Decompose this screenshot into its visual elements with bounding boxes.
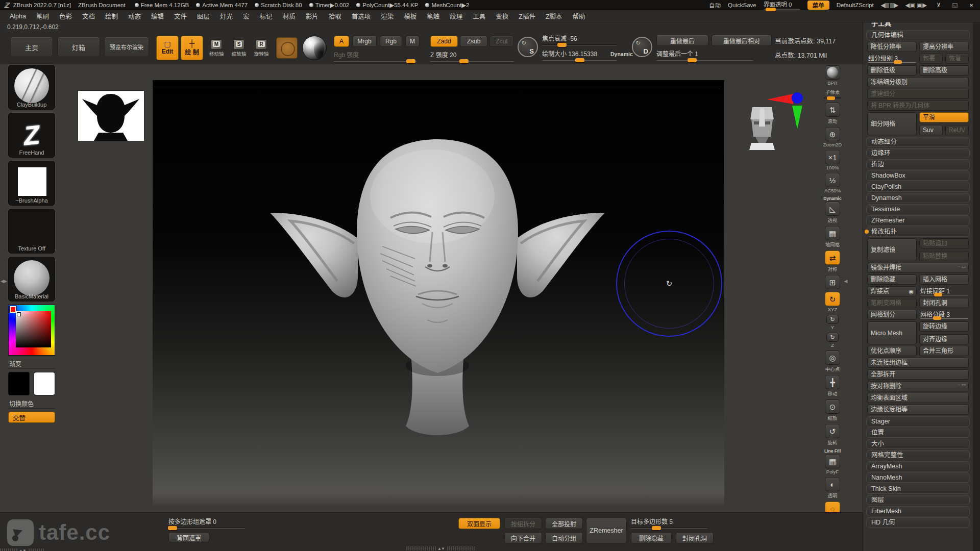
subpalette-header[interactable]: Thick Skin (866, 484, 970, 494)
panel-button[interactable]: 恢复 (945, 54, 969, 64)
rotate-z-icon[interactable]: ↻ (826, 333, 839, 342)
menu-item-19[interactable]: 纹理 (445, 10, 467, 22)
panel-button[interactable]: 均衡表面区域 (867, 393, 969, 403)
mrgb-button[interactable]: Mrgb (352, 36, 377, 47)
dynamic-mode-label[interactable]: Dynamic (610, 51, 633, 57)
subpalette-header[interactable]: 几何体编辑 (866, 30, 970, 40)
subpalette-header[interactable]: 图层 (866, 495, 970, 505)
panel-button[interactable]: 笔刷变网格 (867, 298, 917, 308)
menu-item-9[interactable]: 灯光 (215, 10, 237, 22)
stroke-size-s-icon[interactable]: S (518, 37, 538, 57)
slider-knob[interactable] (827, 96, 835, 100)
switch-color-button[interactable]: 切换颜色 (8, 398, 55, 409)
perspective-icon[interactable]: ◺ (825, 202, 840, 216)
panel-button[interactable]: 将 BPR 转换为几何体 (867, 101, 969, 111)
horizontal-scrollbar[interactable] (406, 546, 476, 550)
slider-track[interactable] (334, 61, 416, 62)
subpalette-header[interactable]: ArrayMesh (866, 461, 970, 471)
symmetry-icon[interactable]: ⇄ (825, 251, 840, 265)
menu-item-12[interactable]: 材质 (278, 10, 300, 22)
actual-size-icon[interactable]: ×1 (825, 150, 840, 164)
slider-track[interactable] (542, 60, 617, 61)
subpalette-header[interactable]: ShadowBox (866, 170, 970, 181)
slider-knob[interactable] (168, 526, 177, 530)
panel-button[interactable]: 边缘长度相等 (867, 405, 969, 415)
move-axis-button[interactable]: M移动轴 (206, 38, 227, 58)
menu-item-13[interactable]: 影片 (301, 10, 323, 22)
menu-toggle-button[interactable]: 菜单 (807, 1, 829, 10)
bpr-render-icon[interactable] (825, 65, 840, 80)
ui-transparency-slider[interactable]: 界面透明 0 (764, 0, 800, 10)
adjust-last-slider[interactable]: 调整最后一个 1 (656, 49, 753, 61)
scroll-hand-icon[interactable]: ⇅ (825, 103, 840, 117)
polyframe-icon[interactable]: ▦ (825, 454, 840, 468)
close-button[interactable] (967, 2, 976, 8)
merge-down-button[interactable]: 向下合并 (504, 532, 542, 543)
panel-button[interactable]: 优化点顺序 (867, 346, 917, 356)
z-intensity-slider[interactable]: Z 强度 20 (430, 50, 514, 62)
slider-track[interactable] (168, 528, 245, 529)
subpalette-header[interactable]: ClayPolish (866, 182, 970, 192)
panel-button[interactable]: 复制滤镜 (867, 238, 917, 261)
menu-item-5[interactable]: 动态 (124, 10, 145, 22)
subpalette-header[interactable]: 修改拓扑 (866, 227, 970, 237)
slider-knob[interactable] (894, 60, 902, 64)
menu-item-2[interactable]: 色彩 (55, 10, 77, 22)
panel-button[interactable]: 粘贴追加 (919, 238, 969, 248)
menu-item-6[interactable]: 编辑 (146, 10, 168, 22)
menu-item-8[interactable]: 图层 (192, 10, 214, 22)
close-holes-button[interactable]: 封闭孔洞 (676, 532, 714, 543)
subpalette-header[interactable]: ZRemesher (866, 215, 970, 226)
target-polycount-slider[interactable]: 目标多边形数 5 (631, 517, 707, 529)
slider-knob[interactable] (459, 59, 469, 63)
slider-track[interactable] (631, 528, 707, 529)
menu-item-0[interactable]: Alpha (5, 12, 31, 21)
floor-grid-icon[interactable]: ▦ (825, 226, 840, 240)
ui-layout-switch-icon[interactable] (905, 2, 927, 9)
preview-boolean-button[interactable]: 预览布尔渲染 (104, 37, 149, 57)
zcut-button[interactable]: Zcut (489, 36, 514, 47)
panel-button[interactable]: 提高分辨率 (919, 42, 969, 52)
main-color-swatch[interactable] (8, 372, 30, 395)
rotate-axis-button[interactable]: R旋转轴 (251, 38, 272, 58)
current-material-thumbnail[interactable] (302, 36, 327, 60)
panel-button[interactable]: 对齐边缘 (919, 334, 969, 344)
gradient-toggle[interactable]: 渐变 (8, 359, 55, 369)
menu-item-16[interactable]: 渲染 (376, 10, 398, 22)
zsub-button[interactable]: Zsub (460, 36, 487, 47)
rgb-intensity-slider[interactable]: Rgb 强度 (334, 50, 416, 62)
panel-button[interactable]: 镜像并焊接 (867, 263, 969, 273)
edit-button[interactable]: ▢Edit (156, 36, 179, 60)
lightbox-button[interactable]: 灯箱 (57, 37, 100, 57)
panel-button[interactable]: 全部拆开 (867, 369, 969, 380)
subpalette-header[interactable]: 位置 (866, 428, 970, 438)
panel-button[interactable]: 按对称删除 (867, 381, 969, 391)
delete-hidden-button[interactable]: 删除隐藏 (631, 532, 672, 543)
panel-button[interactable]: 插入网格 (919, 274, 969, 285)
color-picker[interactable] (8, 305, 55, 356)
panel-button[interactable]: 重建细分 (867, 89, 969, 99)
m-button[interactable]: M (405, 36, 420, 47)
panel-right-edge-scrollbar[interactable] (973, 15, 980, 551)
panel-button[interactable]: 删除隐藏 (867, 274, 917, 285)
slider-knob[interactable] (652, 526, 661, 530)
menu-item-21[interactable]: 变换 (491, 10, 513, 22)
menu-item-1[interactable]: 笔刷 (32, 10, 54, 22)
auto-button[interactable]: 自动 (709, 1, 721, 9)
color-a-button[interactable]: A (334, 36, 349, 47)
subpalette-header[interactable]: FiberMesh (866, 506, 970, 516)
double-sided-button[interactable]: 双面显示 (458, 518, 500, 529)
panel-button[interactable]: 包裹 (919, 54, 943, 64)
panel-button[interactable]: ReUV (945, 125, 969, 135)
menu-item-24[interactable]: 帮助 (568, 10, 590, 22)
minimize-button[interactable] (934, 2, 943, 9)
scale-axis-button[interactable]: S缩放轴 (229, 38, 249, 58)
zadd-button[interactable]: Zadd (430, 36, 458, 47)
panel-button[interactable]: 细分网格 (867, 112, 917, 135)
panel-button[interactable]: 删除高级 (919, 65, 969, 76)
transparent-icon[interactable]: ◐ (825, 477, 840, 491)
subpalette-header[interactable]: Dynamesh (866, 193, 970, 203)
menu-item-11[interactable]: 标记 (255, 10, 277, 22)
panel-slider[interactable]: 细分级别 3 (867, 54, 917, 64)
default-zscript-button[interactable]: DefaultZScript (837, 2, 874, 8)
